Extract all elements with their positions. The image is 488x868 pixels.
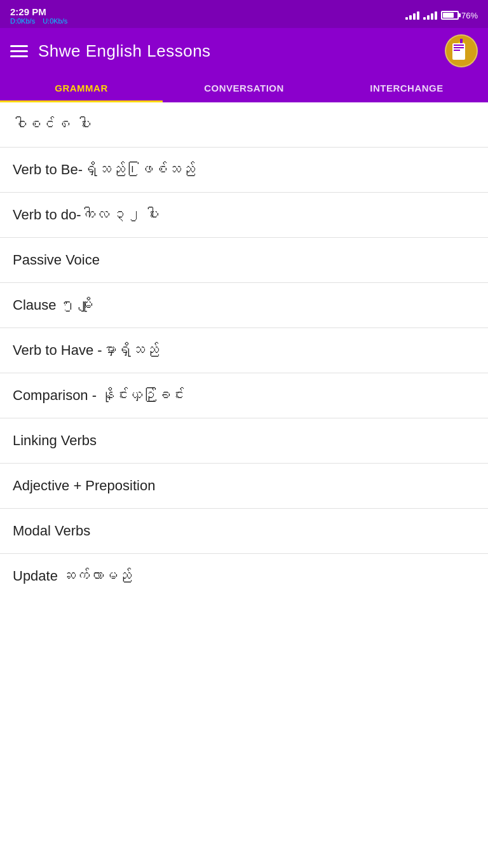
- list-item[interactable]: Passive Voice: [0, 238, 488, 283]
- list-item[interactable]: Update ဆက်လာမည်: [0, 554, 488, 598]
- battery-container: 76%: [441, 11, 478, 20]
- battery-icon: [441, 11, 459, 20]
- tabs-container: GRAMMAR CONVERSATION INTERCHANGE: [0, 74, 488, 102]
- list-item[interactable]: ဝါစင် ၈ ပါး: [0, 102, 488, 148]
- tab-conversation[interactable]: CONVERSATION: [163, 74, 325, 102]
- list-item[interactable]: Verb to Be-ရှိသည်၊ဖြစ်သည်: [0, 148, 488, 193]
- avatar[interactable]: [445, 34, 478, 67]
- tab-grammar[interactable]: GRAMMAR: [0, 74, 163, 102]
- list-item[interactable]: Verb to Have -မှာရှိသည်: [0, 328, 488, 373]
- download-speed: D:0Kb/s: [10, 17, 35, 25]
- hamburger-menu-icon[interactable]: [10, 45, 28, 57]
- list-item[interactable]: Comparison - နိုင်းယှဉ်ခြင်း: [0, 373, 488, 418]
- app-title: Shwe English Lessons: [38, 41, 435, 61]
- status-right-top: 76%: [405, 11, 478, 20]
- battery-percent: 76%: [461, 11, 478, 20]
- list-item[interactable]: Verb to do-ကါလ ၃၂ ပါး: [0, 193, 488, 238]
- svg-rect-3: [454, 47, 464, 48]
- battery-fill: [443, 13, 454, 18]
- avatar-icon: [446, 36, 477, 66]
- svg-rect-6: [460, 39, 463, 43]
- status-left: 2:29 PM D:0Kb/s U:0Kb/s: [10, 6, 67, 25]
- svg-rect-2: [454, 45, 464, 46]
- list-item[interactable]: Adjective + Preposition: [0, 464, 488, 509]
- status-bar: 2:29 PM D:0Kb/s U:0Kb/s: [0, 0, 488, 28]
- list-item[interactable]: Modal Verbs: [0, 509, 488, 554]
- signal-bars-1: [405, 11, 419, 20]
- status-network: D:0Kb/s U:0Kb/s: [10, 17, 67, 25]
- list-item[interactable]: Clause ၅ မျိုး: [0, 283, 488, 328]
- upload-speed: U:0Kb/s: [43, 17, 67, 25]
- signal-bars-2: [423, 11, 437, 20]
- svg-rect-4: [454, 50, 460, 51]
- grammar-list: ဝါစင် ၈ ပါး Verb to Be-ရှိသည်၊ဖြစ်သည် Ve…: [0, 102, 488, 598]
- list-item[interactable]: Linking Verbs: [0, 418, 488, 464]
- status-time: 2:29 PM: [10, 6, 67, 17]
- status-right: 76%: [405, 11, 478, 20]
- tab-interchange[interactable]: INTERCHANGE: [325, 74, 488, 102]
- app-header: Shwe English Lessons: [0, 28, 488, 74]
